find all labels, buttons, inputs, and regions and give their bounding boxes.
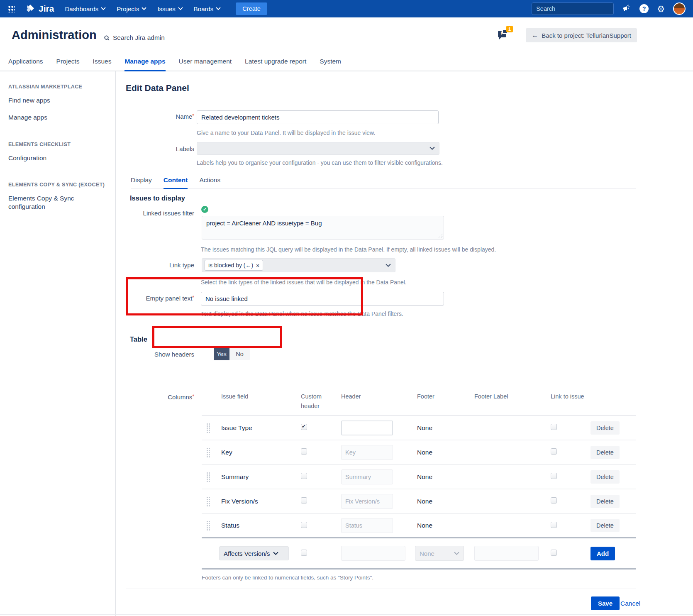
nav-projects[interactable]: Projects (117, 5, 146, 12)
labels-select[interactable] (197, 142, 439, 155)
announcements-icon[interactable] (622, 5, 631, 13)
nav-dashboards[interactable]: Dashboards (65, 5, 106, 12)
nav-issues[interactable]: Issues (157, 5, 183, 12)
link-to-issue-checkbox[interactable] (551, 424, 557, 430)
issue-field-name: Status (216, 522, 297, 529)
header-input[interactable] (341, 494, 393, 509)
global-search-input[interactable] (536, 5, 614, 12)
sidebar-heading-elements-checklist: ELEMENTS CHECKLIST (8, 142, 107, 147)
tab-content[interactable]: Content (163, 176, 188, 189)
delete-button[interactable]: Delete (591, 446, 620, 459)
brand-text: Jira (39, 4, 54, 14)
chevron-down-icon (216, 7, 221, 10)
tab-user-management[interactable]: User management (179, 58, 232, 71)
jira-logo[interactable]: Jira (26, 4, 54, 14)
sidebar-item-elements-copy-sync-configuration[interactable]: Elements Copy & Sync configuration (8, 194, 95, 210)
header-input[interactable] (341, 445, 393, 460)
delete-button[interactable]: Delete (591, 421, 620, 435)
columns-label: Columns* (116, 394, 194, 401)
nav-boards[interactable]: Boards (194, 5, 221, 12)
delete-button[interactable]: Delete (591, 470, 620, 484)
tab-applications[interactable]: Applications (8, 58, 43, 71)
feedback-icon[interactable]: ! 1 (497, 28, 511, 42)
user-avatar[interactable] (673, 2, 686, 15)
linked-issues-filter-label: Linked issues filter (116, 210, 194, 217)
footers-footnote: Footers can only be linked to numerical … (202, 574, 373, 581)
custom-header-checkbox[interactable] (301, 448, 307, 455)
footer-label-input[interactable] (474, 546, 539, 561)
empty-panel-text-input[interactable] (201, 292, 444, 306)
link-type-select[interactable]: is blocked by (←) × (202, 258, 395, 272)
remove-tag-icon[interactable]: × (256, 262, 259, 269)
custom-header-checkbox[interactable] (301, 522, 307, 528)
empty-panel-text-help: Text displayed in the Data Panel when no… (201, 310, 403, 317)
page-title: Administration (12, 28, 97, 42)
toggle-yes-button[interactable]: Yes (214, 348, 229, 360)
header-input[interactable] (341, 420, 393, 435)
empty-panel-text-label: Empty panel text* (116, 295, 194, 302)
custom-header-checkbox[interactable] (301, 473, 307, 479)
toggle-no-button[interactable]: No (229, 348, 250, 360)
link-to-issue-checkbox[interactable] (551, 522, 557, 528)
chevron-down-icon (142, 7, 146, 10)
app-switcher-icon[interactable] (7, 5, 15, 12)
tab-manage-apps[interactable]: Manage apps (124, 58, 165, 71)
add-button[interactable]: Add (591, 547, 615, 560)
cancel-link[interactable]: Cancel (620, 600, 640, 607)
help-icon[interactable]: ? (639, 4, 649, 13)
name-help: Give a name to your Data Panel. It will … (197, 130, 375, 136)
tab-issues[interactable]: Issues (93, 58, 112, 71)
footer-value: None (410, 424, 468, 432)
delete-button[interactable]: Delete (591, 519, 620, 532)
sidebar-item-manage-apps[interactable]: Manage apps (8, 113, 95, 121)
header-input[interactable] (341, 469, 393, 484)
link-to-issue-checkbox[interactable] (551, 448, 557, 455)
settings-gear-icon[interactable]: ⚙ (657, 5, 665, 13)
tab-latest-upgrade-report[interactable]: Latest upgrade report (245, 58, 306, 71)
tab-projects[interactable]: Projects (56, 58, 80, 71)
drag-handle-icon[interactable] (206, 423, 211, 433)
global-search-box[interactable] (532, 2, 614, 15)
back-to-project-button[interactable]: ← Back to project: TellurianSupport (526, 28, 637, 42)
tab-display[interactable]: Display (131, 176, 152, 189)
tab-actions[interactable]: Actions (199, 176, 220, 189)
drag-handle-icon[interactable] (206, 447, 211, 457)
col-header-header: Header (335, 392, 410, 411)
drag-handle-icon[interactable] (206, 472, 211, 482)
sidebar-item-find-new-apps[interactable]: Find new apps (8, 96, 95, 104)
linked-issues-filter-help: The issues matching this JQL query will … (201, 246, 496, 253)
name-label: Name* (116, 113, 194, 120)
link-to-issue-checkbox[interactable] (551, 473, 557, 479)
link-to-issue-checkbox[interactable] (551, 497, 557, 504)
col-header-footer: Footer (410, 392, 468, 411)
drag-handle-icon[interactable] (206, 521, 211, 530)
admin-search[interactable]: Search Jira admin (104, 34, 165, 42)
drag-handle-icon[interactable] (206, 496, 211, 506)
labels-label: Labels (116, 145, 194, 152)
footer-select[interactable]: None (415, 546, 464, 561)
create-button[interactable]: Create (236, 2, 267, 15)
issues-section-heading: Issues to display (130, 194, 185, 202)
admin-sidebar: ATLASSIAN MARKETPLACE Find new apps Mana… (0, 71, 116, 616)
sidebar-item-configuration[interactable]: Configuration (8, 154, 95, 162)
form-tab-bar: Display Content Actions (131, 176, 636, 189)
custom-header-checkbox[interactable] (301, 497, 307, 504)
field-select[interactable]: Affects Version/s (219, 546, 289, 560)
col-header-footer-label: Footer Label (468, 392, 542, 411)
custom-header-checkbox[interactable] (301, 424, 307, 430)
search-icon (104, 35, 110, 41)
field-select-value: Affects Version/s (224, 550, 270, 557)
custom-header-checkbox[interactable] (301, 550, 307, 556)
add-column-row: Affects Version/s None Add (202, 538, 636, 570)
header-input[interactable] (341, 518, 393, 533)
back-to-project-label: Back to project: TellurianSupport (542, 32, 631, 39)
save-button[interactable]: Save (591, 596, 620, 610)
header-input[interactable] (341, 546, 405, 561)
delete-button[interactable]: Delete (591, 495, 620, 508)
linked-issues-filter-textarea[interactable]: project = AirCleaner AND issuetype = Bug (202, 216, 444, 240)
tab-system[interactable]: System (320, 58, 341, 71)
name-input[interactable] (197, 110, 439, 124)
link-to-issue-checkbox[interactable] (551, 550, 557, 556)
footer-value: None (410, 498, 468, 505)
link-type-tag-label: is blocked by (←) (208, 262, 253, 269)
